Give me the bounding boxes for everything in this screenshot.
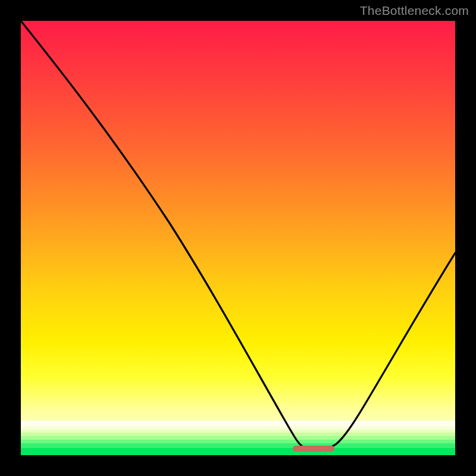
plot-area [21, 21, 455, 455]
minimum-marker [293, 446, 334, 452]
green-band [21, 421, 455, 455]
chart-frame: TheBottleneck.com [0, 0, 476, 476]
watermark-text: TheBottleneck.com [360, 4, 469, 18]
gradient-background [21, 21, 455, 455]
